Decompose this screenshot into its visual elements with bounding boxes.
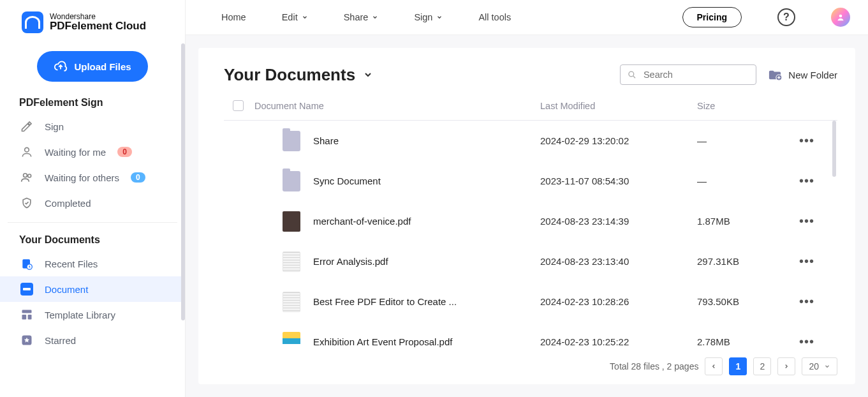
nav-sign[interactable]: Sign: [414, 12, 443, 22]
svg-rect-6: [22, 315, 27, 320]
sidebar-item-label: Waiting for me: [45, 147, 106, 158]
sidebar-item-document[interactable]: Document: [0, 276, 185, 302]
sidebar-item-label: Completed: [45, 198, 91, 209]
file-size: 793.50KB: [697, 296, 799, 307]
sidebar: Wondershare PDFelement Cloud Upload File…: [0, 0, 186, 397]
svg-rect-5: [22, 310, 32, 313]
pdf-thumbnail-icon: [283, 251, 300, 272]
nav-edit[interactable]: Edit: [282, 12, 308, 22]
star-icon: [20, 334, 33, 347]
file-name: Sync Document: [313, 176, 381, 186]
upload-label: Upload Files: [74, 61, 131, 72]
select-all-checkbox[interactable]: [233, 100, 244, 111]
nav-label: Share: [344, 12, 369, 22]
table-row[interactable]: Share2024-02-29 13:20:02—•••: [224, 121, 837, 161]
shield-check-icon: [20, 197, 33, 209]
folder-icon: [283, 171, 300, 191]
col-modified[interactable]: Last Modified: [540, 101, 697, 111]
chevron-down-icon: [824, 363, 830, 370]
svg-point-10: [629, 71, 634, 77]
folder-icon: [283, 131, 300, 151]
sidebar-item-completed[interactable]: Completed: [0, 190, 185, 216]
row-actions-icon[interactable]: •••: [799, 334, 814, 348]
file-list: Share2024-02-29 13:20:02—•••Sync Documen…: [224, 121, 837, 350]
file-size: 2.78MB: [697, 336, 799, 347]
pdf-thumbnail-icon: [283, 292, 300, 312]
nav-home[interactable]: Home: [221, 12, 246, 22]
section-title-sign: PDFelement Sign: [0, 93, 185, 114]
document-icon: [20, 283, 33, 296]
sidebar-item-label: Starred: [45, 335, 76, 346]
table-row[interactable]: Sync Document2023-11-07 08:54:30—•••: [224, 161, 837, 201]
sidebar-item-waiting-for-others[interactable]: Waiting for others 0: [0, 165, 185, 190]
file-size: 1.87MB: [697, 216, 799, 227]
pager-summary: Total 28 files , 2 pages: [610, 361, 698, 371]
file-size: —: [697, 176, 799, 186]
sidebar-item-label: Recent Files: [45, 258, 98, 269]
sidebar-item-starred[interactable]: Starred: [0, 327, 185, 353]
svg-point-0: [25, 147, 29, 152]
nav-all-tools[interactable]: All tools: [478, 12, 511, 22]
brand-small: Wondershare: [50, 13, 146, 20]
row-actions-icon[interactable]: •••: [799, 214, 814, 228]
avatar[interactable]: [831, 8, 850, 27]
page-size-select[interactable]: 20: [802, 357, 837, 375]
people-icon: [20, 171, 33, 184]
chevron-down-icon: [363, 70, 373, 80]
pager-page-2[interactable]: 2: [753, 357, 771, 375]
file-size: —: [697, 135, 799, 146]
table-row[interactable]: Best Free PDF Editor to Create ...2024-0…: [224, 281, 837, 322]
col-size[interactable]: Size: [697, 101, 799, 111]
file-name: Exhibition Art Event Proposal.pdf: [313, 336, 452, 347]
search-icon: [627, 69, 637, 80]
sidebar-item-template-library[interactable]: Template Library: [0, 302, 185, 327]
search-input[interactable]: [644, 70, 749, 80]
new-folder-button[interactable]: New Folder: [768, 68, 837, 81]
count-badge: 0: [117, 147, 132, 157]
pager-next[interactable]: [777, 357, 795, 375]
sidebar-item-sign[interactable]: Sign: [0, 114, 185, 139]
col-name[interactable]: Document Name: [254, 101, 540, 111]
nav-label: Sign: [414, 12, 432, 22]
search-box[interactable]: [620, 64, 756, 85]
file-name: merchant-of-venice.pdf: [313, 216, 411, 227]
list-scrollbar[interactable]: [832, 121, 836, 177]
page-title[interactable]: Your Documents: [224, 65, 373, 85]
brand-big: PDFelement Cloud: [50, 20, 146, 33]
section-title-docs: Your Documents: [0, 230, 185, 251]
new-folder-label: New Folder: [788, 70, 837, 80]
row-actions-icon[interactable]: •••: [799, 174, 814, 188]
logo-icon: [22, 11, 43, 33]
page-size-value: 20: [809, 361, 819, 371]
sidebar-item-waiting-for-me[interactable]: Waiting for me 0: [0, 139, 185, 165]
pagination: Total 28 files , 2 pages 1 2 20: [224, 350, 837, 379]
row-actions-icon[interactable]: •••: [799, 294, 814, 308]
file-modified: 2024-02-23 10:25:22: [540, 336, 697, 347]
sidebar-item-recent-files[interactable]: Recent Files: [0, 251, 185, 276]
table-row[interactable]: merchant-of-venice.pdf2024-08-23 23:14:3…: [224, 201, 837, 241]
pricing-button[interactable]: Pricing: [682, 7, 742, 27]
sidebar-item-label: Sign: [45, 121, 64, 132]
chevron-down-icon: [436, 14, 443, 20]
cloud-upload-icon: [54, 59, 68, 73]
file-modified: 2024-02-29 13:20:02: [540, 135, 697, 146]
brand-logo[interactable]: Wondershare PDFelement Cloud: [0, 0, 185, 37]
pager-prev[interactable]: [705, 357, 723, 375]
chevron-down-icon: [302, 14, 308, 20]
table-row[interactable]: Exhibition Art Event Proposal.pdf2024-02…: [224, 322, 837, 350]
table-row[interactable]: Error Analysis.pdf2024-08-23 23:13:40297…: [224, 241, 837, 281]
file-modified: 2024-02-23 10:28:26: [540, 296, 697, 307]
content-card: Your Documents New Folder Document Name …: [198, 48, 855, 384]
row-actions-icon[interactable]: •••: [799, 254, 814, 268]
pdf-thumbnail-icon: [283, 211, 300, 232]
file-name: Best Free PDF Editor to Create ...: [313, 296, 457, 307]
file-name: Share: [313, 135, 339, 146]
pager-page-1[interactable]: 1: [729, 357, 747, 375]
row-actions-icon[interactable]: •••: [799, 133, 814, 147]
chevron-down-icon: [372, 14, 378, 20]
svg-point-1: [24, 174, 27, 177]
sidebar-scrollbar[interactable]: [181, 43, 185, 320]
help-icon[interactable]: ?: [777, 8, 795, 26]
upload-files-button[interactable]: Upload Files: [37, 51, 147, 82]
nav-share[interactable]: Share: [344, 12, 379, 22]
